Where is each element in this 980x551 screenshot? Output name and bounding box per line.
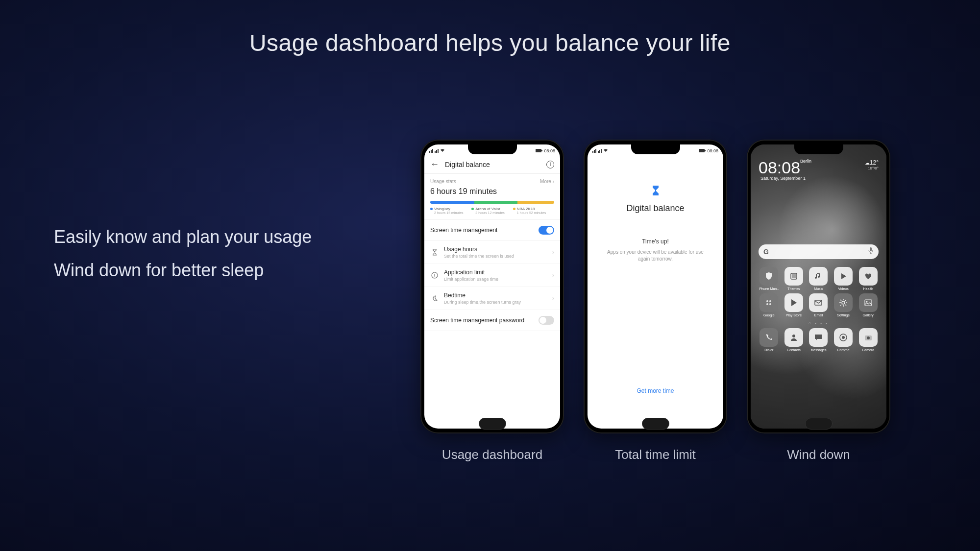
tl-title: Digital balance [626, 203, 684, 214]
dock-dialer[interactable]: Dialer [758, 328, 781, 352]
app-phone-manager[interactable]: Phone Man.. [758, 267, 781, 290]
home-button[interactable] [479, 418, 506, 430]
signal-icon [592, 149, 596, 153]
tagline-2: Wind down for better sleep [54, 254, 312, 287]
usage-bar-chart [430, 201, 554, 204]
email-icon [809, 293, 828, 312]
item-title: Usage hours [444, 246, 552, 253]
bar-seg-nba [517, 201, 554, 204]
dock-camera[interactable]: Camera [857, 328, 880, 352]
usage-stats-section[interactable]: Usage stats More › 6 hours 19 minutes Va… [424, 174, 560, 220]
info-icon[interactable]: i [546, 161, 554, 168]
password-toggle-row: Screen time management password [424, 310, 560, 331]
dock-contacts[interactable]: Contacts [783, 328, 806, 352]
more-link[interactable]: More › [540, 179, 554, 184]
svg-point-22 [842, 336, 845, 339]
home-button[interactable] [805, 418, 833, 430]
phone-screen-2: 08:08 Digital balance Time's up! Apps on… [588, 144, 723, 429]
svg-point-4 [434, 276, 435, 277]
mic-icon[interactable] [868, 247, 874, 257]
svg-point-20 [792, 335, 795, 337]
item-sub: Set the total time the screen is used [444, 254, 552, 259]
app-videos[interactable]: Videos [832, 267, 855, 290]
chevron-right-icon: › [552, 272, 554, 279]
shield-icon [760, 267, 778, 286]
search-bar[interactable]: G [759, 244, 879, 259]
tl-desc: Apps on your device will be available fo… [607, 249, 705, 263]
phone-frame-2: 08:08 Digital balance Time's up! Apps on… [584, 140, 727, 433]
phone-notch [794, 144, 843, 154]
phone-notch [468, 144, 517, 154]
legend: Vainglory 2 hours 15 minutes Arena of Va… [430, 207, 554, 215]
google-g-icon: G [763, 248, 769, 256]
phone-screen-1: 08:08 ← Digital balance i Usage stats Mo… [424, 144, 560, 429]
dock-chrome[interactable]: Chrome [832, 328, 855, 352]
stm-label: Screen time management [430, 227, 497, 234]
svg-rect-11 [792, 274, 796, 278]
back-icon[interactable]: ← [430, 159, 439, 169]
stats-label: Usage stats [430, 179, 456, 184]
svg-rect-5 [699, 149, 705, 152]
item-title: Bedtime [444, 292, 552, 299]
caption-1: Usage dashboard [442, 447, 542, 462]
app-music[interactable]: Music [807, 267, 830, 290]
stm-toggle[interactable] [539, 226, 554, 235]
app-google[interactable]: Google [758, 293, 781, 317]
home-button[interactable] [642, 418, 669, 430]
app-themes[interactable]: Themes [783, 267, 806, 290]
svg-rect-9 [870, 247, 872, 251]
app-settings[interactable]: Settings [832, 293, 855, 317]
caption-2: Total time limit [615, 447, 696, 462]
gallery-icon [859, 293, 878, 312]
item-sub: Limit application usage time [444, 277, 552, 282]
password-label: Screen time management password [430, 317, 524, 324]
password-toggle[interactable] [539, 316, 554, 325]
temp-range: 18°/8° [865, 166, 879, 170]
app-email[interactable]: Email [807, 293, 830, 317]
music-icon [809, 267, 828, 286]
svg-point-14 [766, 303, 768, 305]
folder-icon [760, 293, 778, 312]
heart-icon [859, 267, 878, 286]
svg-point-24 [867, 336, 870, 339]
phone-icon [760, 328, 778, 347]
camera-icon [859, 328, 878, 347]
usage-hours-item[interactable]: Usage hours Set the total time the scree… [424, 241, 560, 264]
bedtime-item[interactable]: Bedtime During sleep time,the screen tur… [424, 287, 560, 310]
alert-circle-icon [430, 271, 439, 280]
chrome-icon [834, 328, 853, 347]
taglines: Easily know and plan your usage Wind dow… [54, 220, 312, 287]
battery-icon [699, 148, 706, 153]
chevron-right-icon: › [552, 295, 554, 302]
svg-rect-16 [815, 300, 822, 305]
legend-item: Arena of Valor 2 hours 12 minutes [471, 207, 513, 215]
bar-seg-aov [474, 201, 517, 204]
wifi-icon [603, 148, 608, 153]
app-limit-item[interactable]: Application limit Limit application usag… [424, 264, 560, 287]
dock-messages[interactable]: Messages [807, 328, 830, 352]
svg-point-13 [769, 300, 771, 302]
moon-icon [430, 294, 439, 303]
phone-usage-dashboard-col: 08:08 ← Digital balance i Usage stats Mo… [420, 140, 564, 462]
phone-screen-3: 08:08 08:08Berlin Saturday, September 1 … [751, 144, 886, 429]
tagline-1: Easily know and plan your usage [54, 220, 312, 254]
total-time: 6 hours 19 minutes [430, 187, 554, 196]
signal-icon-2 [598, 149, 602, 153]
gear-icon [834, 293, 853, 312]
page-dots: ⌂ • • • [756, 321, 882, 325]
app-play-store[interactable]: Play Store [783, 293, 806, 317]
dock: Dialer Contacts Messages Chrome Camera [756, 325, 882, 352]
app-gallery[interactable]: Gallery [857, 293, 880, 317]
legend-item: NBA 2K18 1 hours 52 minutes [513, 207, 554, 215]
svg-rect-0 [536, 149, 541, 152]
phones-row: 08:08 ← Digital balance i Usage stats Mo… [420, 140, 890, 462]
statusbar-time: 08:08 [707, 148, 718, 153]
slide-title: Usage dashboard helps you balance your l… [0, 29, 980, 56]
tl-content: Digital balance Time's up! Apps on your … [588, 155, 723, 429]
item-sub: During sleep time,the screen turns gray [444, 300, 552, 305]
get-more-time-link[interactable]: Get more time [588, 387, 723, 394]
weather-widget[interactable]: ☁12° 18°/8° [865, 159, 879, 170]
app-health[interactable]: Health [857, 267, 880, 290]
legend-item: Vainglory 2 hours 15 minutes [430, 207, 471, 215]
phone-time-limit-col: 08:08 Digital balance Time's up! Apps on… [584, 140, 727, 462]
